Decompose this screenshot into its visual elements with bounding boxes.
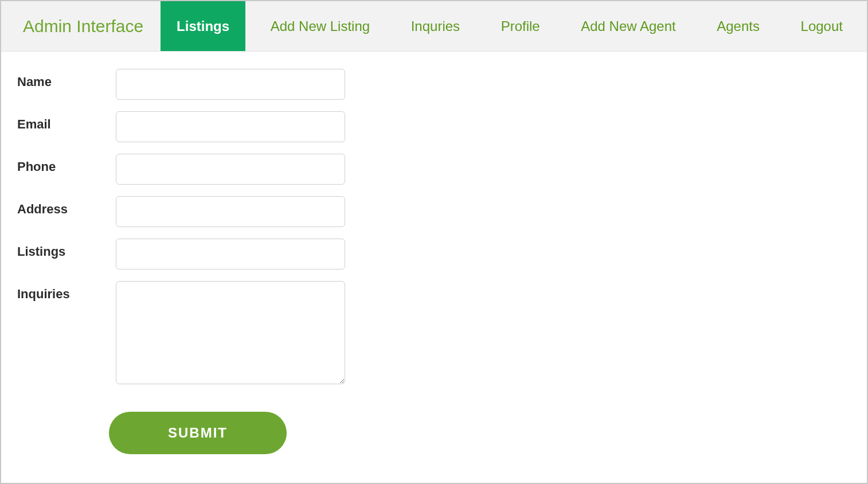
nav-listings[interactable]: Listings [161, 1, 245, 51]
label-name: Name [17, 69, 116, 89]
label-address: Address [17, 196, 116, 217]
row-inquiries: Inquiries [17, 281, 867, 384]
nav-agents[interactable]: Agents [701, 1, 776, 51]
nav-logout[interactable]: Logout [785, 1, 859, 51]
email-field[interactable] [116, 111, 345, 142]
submit-row: SUBMIT [17, 396, 867, 454]
label-inquiries: Inquiries [17, 281, 116, 302]
nav-add-new-listing[interactable]: Add New Listing [255, 1, 386, 51]
address-field[interactable] [116, 196, 345, 227]
row-phone: Phone [17, 154, 867, 185]
listings-field[interactable] [116, 239, 345, 270]
form-area: Name Email Phone Address Listings Inquir… [1, 52, 867, 454]
nav-inquries[interactable]: Inquries [395, 1, 476, 51]
submit-button[interactable]: SUBMIT [109, 412, 287, 454]
phone-field[interactable] [116, 154, 345, 185]
label-phone: Phone [17, 154, 116, 174]
topbar: Admin Interface Listings Add New Listing… [1, 1, 867, 52]
label-email: Email [17, 111, 116, 132]
main-nav: Listings Add New Listing Inquries Profil… [161, 1, 859, 51]
row-name: Name [17, 69, 867, 100]
nav-add-new-agent[interactable]: Add New Agent [565, 1, 691, 51]
brand-title: Admin Interface [1, 1, 161, 51]
row-listings: Listings [17, 239, 867, 270]
name-field[interactable] [116, 69, 345, 100]
inquiries-field[interactable] [116, 281, 345, 384]
nav-profile[interactable]: Profile [485, 1, 556, 51]
label-listings: Listings [17, 239, 116, 259]
row-email: Email [17, 111, 867, 142]
row-address: Address [17, 196, 867, 227]
